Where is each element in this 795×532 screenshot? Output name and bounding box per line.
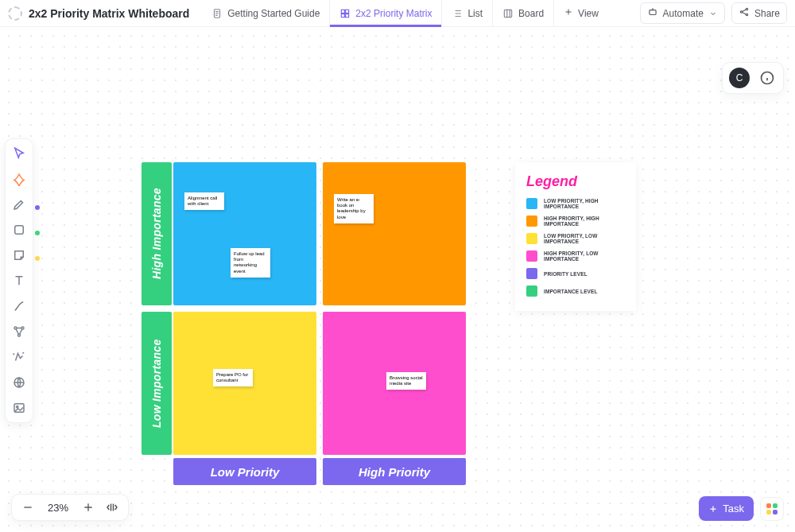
tab-label: 2x2 Priority Matrix bbox=[355, 8, 432, 19]
task-button-label: Task bbox=[723, 503, 744, 515]
list-icon bbox=[452, 8, 463, 19]
svg-rect-4 bbox=[346, 14, 349, 17]
share-label: Share bbox=[754, 8, 780, 19]
color-dot-green bbox=[35, 231, 40, 235]
col-label-high-priority[interactable]: High Priority bbox=[323, 458, 466, 485]
automate-button[interactable]: Automate bbox=[640, 2, 725, 24]
avatar[interactable]: C bbox=[729, 68, 750, 88]
svg-point-7 bbox=[740, 11, 742, 13]
share-button[interactable]: Share bbox=[731, 2, 787, 24]
col-label-low-priority[interactable]: Low Priority bbox=[173, 458, 316, 485]
svg-rect-11 bbox=[15, 226, 24, 235]
legend-swatch bbox=[526, 268, 537, 279]
plus-icon bbox=[564, 7, 573, 19]
add-view-label: View bbox=[578, 8, 599, 19]
svg-rect-6 bbox=[650, 10, 656, 15]
ai-tool[interactable] bbox=[10, 348, 29, 367]
tab-label: Board bbox=[518, 8, 544, 19]
zoom-out-button[interactable] bbox=[20, 499, 36, 515]
bottom-right-controls: Task bbox=[699, 496, 784, 521]
zoom-in-button[interactable] bbox=[80, 499, 96, 515]
image-tool[interactable] bbox=[10, 398, 29, 417]
legend-swatch bbox=[526, 216, 537, 227]
tab-board[interactable]: Board bbox=[492, 0, 553, 26]
doc-icon bbox=[211, 8, 223, 19]
row-label-high-importance[interactable]: High Importance bbox=[142, 162, 172, 305]
col-labels: Low Priority High Priority bbox=[173, 458, 466, 485]
legend-label: HIGH PRIORITY, HIGH IMPORTANCE bbox=[544, 216, 620, 227]
chevron-down-icon bbox=[708, 9, 718, 18]
fit-screen-button[interactable] bbox=[104, 499, 120, 515]
add-view-button[interactable]: View bbox=[553, 0, 608, 26]
zoom-controls: 23% bbox=[11, 494, 129, 521]
topbar: 2x2 Priority Matrix Whiteboard Getting S… bbox=[0, 0, 795, 27]
legend-label: IMPORTANCE LEVEL bbox=[544, 289, 598, 294]
tab-2x2-matrix[interactable]: 2x2 Priority Matrix bbox=[329, 0, 441, 26]
sticky-note[interactable]: Write an e-book on leadership by love bbox=[334, 194, 374, 223]
apps-button[interactable] bbox=[760, 497, 784, 521]
svg-point-9 bbox=[746, 14, 747, 15]
legend-label: LOW PRIORITY, HIGH IMPORTANCE bbox=[544, 198, 620, 209]
svg-point-12 bbox=[14, 327, 17, 329]
legend-item: PRIORITY LEVEL bbox=[526, 268, 625, 279]
zoom-value[interactable]: 23% bbox=[44, 502, 72, 514]
svg-point-14 bbox=[18, 334, 21, 336]
topbar-right: Automate Share bbox=[640, 2, 787, 24]
color-dot-yellow bbox=[35, 256, 40, 261]
shape-tool[interactable] bbox=[10, 220, 29, 239]
pen-tool[interactable] bbox=[10, 195, 29, 214]
connector-tool[interactable] bbox=[10, 297, 29, 316]
priority-matrix[interactable]: High Importance Low Importance Alignment… bbox=[173, 162, 502, 491]
svg-point-8 bbox=[746, 8, 747, 10]
svg-point-17 bbox=[17, 406, 18, 407]
relationship-tool[interactable] bbox=[10, 322, 29, 341]
svg-rect-3 bbox=[342, 14, 345, 17]
tab-label: Getting Started Guide bbox=[227, 8, 320, 19]
tool-rail bbox=[5, 138, 33, 423]
legend-title: Legend bbox=[526, 173, 625, 190]
legend-swatch bbox=[526, 233, 537, 244]
info-icon[interactable] bbox=[758, 68, 777, 87]
legend-item: LOW PRIORITY, LOW IMPORTANCE bbox=[526, 233, 625, 244]
tab-label: List bbox=[467, 8, 483, 19]
svg-rect-1 bbox=[342, 10, 345, 13]
legend-swatch bbox=[526, 285, 537, 297]
quadrant-high-priority-low-importance[interactable]: Browsing social media site bbox=[323, 312, 466, 455]
sticky-note[interactable]: Alignment call with client bbox=[184, 192, 224, 210]
svg-point-13 bbox=[21, 327, 24, 329]
legend-item: HIGH PRIORITY, HIGH IMPORTANCE bbox=[526, 216, 625, 227]
new-task-button[interactable]: Task bbox=[699, 496, 754, 521]
quadrant-low-priority-low-importance[interactable]: Prepare PO for consultant bbox=[173, 312, 316, 455]
tab-list[interactable]: List bbox=[441, 0, 492, 26]
sticky-note[interactable]: Follow up lead from networking event bbox=[231, 248, 270, 278]
select-tool[interactable] bbox=[10, 144, 29, 163]
legend-item: HIGH PRIORITY, LOW IMPORTANCE bbox=[526, 250, 625, 262]
workspace-icon[interactable] bbox=[8, 6, 22, 21]
whiteboard-canvas[interactable]: C High Importance Low Importance Alignme… bbox=[0, 27, 795, 532]
legend-swatch bbox=[526, 198, 537, 209]
svg-rect-5 bbox=[504, 10, 511, 17]
automate-label: Automate bbox=[663, 8, 704, 19]
view-tabs: Getting Started Guide 2x2 Priority Matri… bbox=[202, 0, 608, 26]
legend-swatch bbox=[526, 250, 537, 262]
page-title[interactable]: 2x2 Priority Matrix Whiteboard bbox=[29, 7, 189, 20]
legend-label: PRIORITY LEVEL bbox=[544, 271, 588, 277]
tab-getting-started[interactable]: Getting Started Guide bbox=[202, 0, 329, 26]
row-label-low-importance[interactable]: Low Importance bbox=[142, 312, 172, 455]
text-tool[interactable] bbox=[10, 271, 29, 290]
legend-card[interactable]: Legend LOW PRIORITY, HIGH IMPORTANCE HIG… bbox=[515, 162, 636, 311]
legend-label: LOW PRIORITY, LOW IMPORTANCE bbox=[544, 233, 620, 244]
sticky-note[interactable]: Browsing social media site bbox=[386, 372, 426, 390]
quadrant-high-priority-high-importance[interactable]: Write an e-book on leadership by love bbox=[323, 162, 466, 305]
legend-label: HIGH PRIORITY, LOW IMPORTANCE bbox=[544, 250, 620, 262]
generate-tool[interactable] bbox=[10, 169, 29, 188]
share-icon bbox=[739, 6, 750, 20]
sticky-note-tool[interactable] bbox=[10, 246, 29, 265]
web-tool[interactable] bbox=[10, 373, 29, 392]
svg-rect-2 bbox=[346, 10, 349, 13]
sticky-note[interactable]: Prepare PO for consultant bbox=[213, 369, 253, 386]
topbar-left: 2x2 Priority Matrix Whiteboard bbox=[8, 6, 189, 21]
quadrant-low-priority-high-importance[interactable]: Alignment call with client Follow up lea… bbox=[173, 162, 316, 305]
presence-panel: C bbox=[722, 62, 784, 94]
robot-icon bbox=[647, 6, 658, 20]
